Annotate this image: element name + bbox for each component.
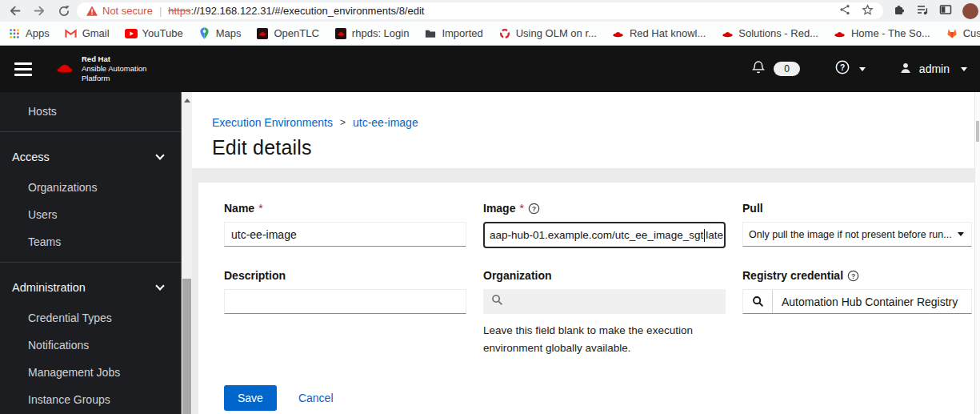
bookmark-olm[interactable]: Using OLM on r... <box>498 27 597 40</box>
sidebar-scrollbar-thumb[interactable] <box>182 279 191 414</box>
image-field-group: Image * ? aap-hub-01.example.com/utc_ee_… <box>483 202 726 248</box>
sidebar-divider <box>0 262 181 263</box>
sidebar-item-credential-types[interactable]: Credential Types <box>0 304 181 332</box>
page-scrollbar[interactable] <box>974 92 980 414</box>
bookmark-rhpds[interactable]: rhpds: Login <box>334 27 410 40</box>
bookmark-solutions[interactable]: Solutions - Red... <box>721 27 818 40</box>
bookmark-redhat-knowledge[interactable]: Red Hat knowl... <box>612 27 706 40</box>
brand-line1: Red Hat <box>82 54 146 64</box>
sidebar-item-hosts[interactable]: Hosts <box>0 98 181 125</box>
url-rest: ://192.168.122.31/#/execution_environmen… <box>190 5 424 17</box>
bookmark-label: Using OLM on r... <box>516 27 597 39</box>
sidebar-scrollbar[interactable] <box>181 92 192 414</box>
pull-label: Pull <box>742 202 763 215</box>
bookmark-customer-success[interactable]: Customer Succ... <box>946 27 980 40</box>
apps-grid-icon <box>8 27 21 40</box>
extensions-puzzle-icon[interactable] <box>893 3 906 19</box>
sidebar-item-notifications[interactable]: Notifications <box>0 332 181 359</box>
bookmark-label: Solutions - Red... <box>738 27 818 39</box>
red-hat-logo-icon <box>54 60 75 78</box>
page-section: Name * Image * ? a <box>192 168 974 414</box>
image-label: Image <box>483 202 515 215</box>
name-input[interactable] <box>224 222 466 247</box>
forward-icon[interactable] <box>33 4 46 18</box>
bookmark-label: Apps <box>26 27 50 39</box>
page-scrollbar-thumb[interactable] <box>976 121 979 142</box>
user-icon <box>899 62 912 77</box>
folder-icon <box>424 27 437 40</box>
notification-count-badge[interactable]: 0 <box>774 62 800 76</box>
back-icon[interactable] <box>8 4 22 18</box>
share-icon[interactable] <box>839 4 850 18</box>
sidebar-group-administration[interactable]: Administration <box>0 269 181 304</box>
bookmark-maps[interactable]: Maps <box>198 27 242 40</box>
sidebar-item-management-jobs[interactable]: Management Jobs <box>0 359 181 386</box>
brand-logo[interactable]: Red Hat Ansible Automation Platform <box>54 54 146 83</box>
youtube-icon <box>125 27 138 40</box>
organization-label: Organization <box>483 269 552 282</box>
required-marker: * <box>258 202 262 215</box>
user-menu[interactable]: admin <box>899 62 950 77</box>
maps-pin-icon <box>198 27 211 40</box>
breadcrumb: Execution Environments > utc-ee-image <box>212 116 974 129</box>
red-hat-fedora-icon <box>612 27 625 40</box>
security-warning-icon <box>86 6 98 16</box>
organization-lookup-input[interactable] <box>483 289 726 314</box>
bookmark-label: YouTube <box>142 27 183 39</box>
image-input[interactable]: aap-hub-01.example.com/utc_ee_image_sgt … <box>483 222 726 248</box>
chevron-down-icon <box>155 151 164 159</box>
help-dropdown-caret-icon[interactable] <box>859 67 866 71</box>
page-header: Execution Environments > utc-ee-image Ed… <box>192 92 974 168</box>
notifications-bell-icon[interactable] <box>751 60 766 78</box>
sidebar-item-users[interactable]: Users <box>0 201 181 228</box>
bookmark-youtube[interactable]: YouTube <box>125 27 183 40</box>
image-help-icon[interactable]: ? <box>528 203 540 215</box>
main-content: Execution Environments > utc-ee-image Ed… <box>192 92 974 414</box>
address-bar[interactable]: Not secure | https://192.168.122.31/#/ex… <box>77 2 883 19</box>
reload-icon[interactable] <box>58 5 70 18</box>
select-caret-icon <box>958 232 964 236</box>
registry-credential-search-button[interactable] <box>743 290 773 313</box>
sidebar-group-access[interactable]: Access <box>0 139 181 174</box>
save-button[interactable]: Save <box>224 385 277 411</box>
bookmark-star-icon[interactable] <box>862 4 874 18</box>
playlist-extension-icon[interactable] <box>916 3 929 19</box>
bookmark-opentlc[interactable]: OpenTLC <box>256 27 318 40</box>
url-text[interactable]: https://192.168.122.31/#/execution_envir… <box>168 5 831 17</box>
gitlab-icon <box>946 27 958 40</box>
search-icon <box>491 294 503 309</box>
brand-line2: Ansible Automation <box>82 64 146 74</box>
nav-sidebar: Hosts Access Organizations Users Teams A… <box>0 92 181 414</box>
bookmark-home[interactable]: Home - The So... <box>834 27 930 40</box>
cancel-button[interactable]: Cancel <box>298 392 334 404</box>
side-panel-icon[interactable] <box>939 3 952 19</box>
sidebar-item-instance-groups[interactable]: Instance Groups <box>0 386 181 413</box>
registry-credential-value[interactable]: Automation Hub Container Registry <box>773 290 971 313</box>
sidebar-group-label: Access <box>12 151 50 163</box>
sidebar-item-teams[interactable]: Teams <box>0 228 181 255</box>
registry-credential-help-icon[interactable]: ? <box>847 270 859 282</box>
scroll-up-icon[interactable] <box>184 98 190 102</box>
bookmark-label: Red Hat knowl... <box>630 27 706 39</box>
nav-toggle-icon[interactable] <box>14 59 32 79</box>
breadcrumb-link-execution-environments[interactable]: Execution Environments <box>212 116 333 129</box>
user-dropdown-caret-icon[interactable] <box>961 67 967 71</box>
browser-toolbar: Not secure | https://192.168.122.31/#/ex… <box>0 0 980 22</box>
security-warning-label[interactable]: Not secure <box>102 5 153 17</box>
url-scheme: https <box>168 5 190 17</box>
help-icon[interactable]: ? <box>835 60 850 78</box>
description-input[interactable] <box>224 289 466 314</box>
bookmarks-bar: Apps Gmail YouTube Maps OpenTLC rhpds: L… <box>0 22 980 46</box>
bookmark-label: Home - The So... <box>851 27 930 39</box>
pull-select[interactable]: Only pull the image if not present befor… <box>742 222 972 247</box>
svg-text:?: ? <box>840 63 845 72</box>
bookmark-apps[interactable]: Apps <box>8 27 50 40</box>
bookmark-gmail[interactable]: Gmail <box>65 27 110 40</box>
organization-field-group: Organization Leave this field blank to m… <box>483 269 726 356</box>
bookmark-imported[interactable]: Imported <box>424 27 482 40</box>
bookmark-label: Maps <box>216 27 242 39</box>
sidebar-item-organizations[interactable]: Organizations <box>0 174 181 201</box>
browser-profile-avatar[interactable] <box>962 3 978 19</box>
breadcrumb-link-utc-ee-image[interactable]: utc-ee-image <box>353 116 418 129</box>
red-hat-app-icon <box>334 27 347 40</box>
